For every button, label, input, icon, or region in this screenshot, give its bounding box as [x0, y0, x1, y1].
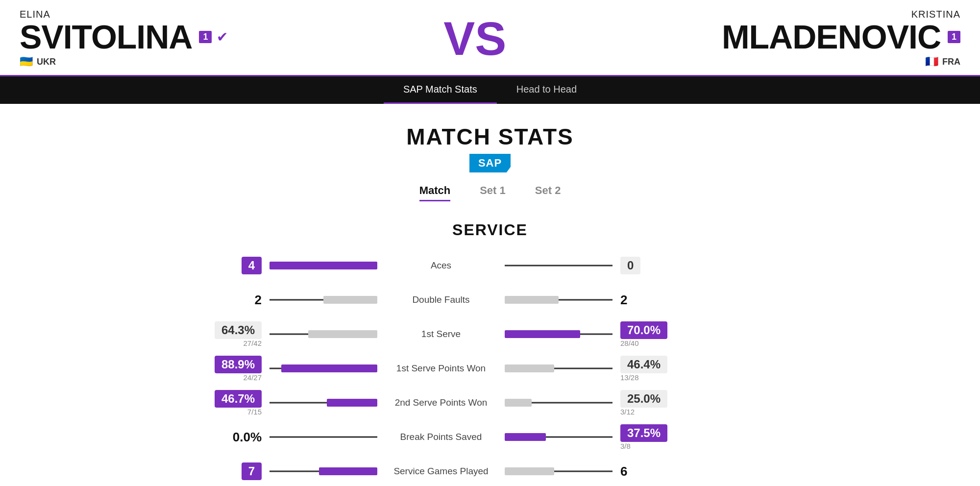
stat-right-cell: 25.0%3/12: [612, 390, 710, 416]
player2-lastname: MLADENOVIC: [722, 20, 941, 53]
stat-left-sub: 24/27: [215, 373, 262, 382]
stat-label: Break Points Saved: [377, 432, 505, 442]
bar-left: [270, 397, 377, 409]
bar-left: [270, 294, 377, 306]
stat-left-cell: 2: [172, 292, 270, 308]
player2-info: KRISTINA MLADENOVIC 1 🇫🇷 FRA: [722, 9, 960, 68]
stat-left-cell: 88.9%24/27: [172, 356, 270, 382]
bar-left: [270, 465, 377, 477]
bar-right: [505, 397, 612, 409]
header: ELINA SVITOLINA 1 ✔ 🇺🇦 UKR VS KRISTINA M…: [0, 0, 980, 76]
tab-sap-match-stats-label: SAP Match Stats: [403, 84, 477, 95]
stat-row: 2 Double Faults 2: [172, 287, 808, 313]
stat-right-cell: 70.0%28/40: [612, 321, 710, 347]
player2-country: 🇫🇷 FRA: [925, 55, 960, 68]
stat-row: 7 Service Games Played 6: [172, 459, 808, 484]
player1-lastname-row: SVITOLINA 1 ✔: [20, 20, 228, 53]
player2-flag: 🇫🇷: [925, 55, 938, 68]
bar-left-fill: [327, 399, 377, 407]
stat-right-value: 25.0%: [620, 390, 667, 408]
player2-lastname-row: MLADENOVIC 1: [722, 20, 960, 53]
stat-right-value: 6: [620, 464, 627, 479]
bar-right: [505, 328, 612, 340]
stat-left-value: 46.7%: [215, 390, 262, 408]
tab-head-to-head[interactable]: Head to Head: [497, 76, 596, 104]
stat-right-sub: 13/28: [620, 373, 667, 382]
bar-left-fill: [308, 330, 377, 338]
stat-label: Double Faults: [377, 294, 505, 305]
bar-right: [505, 465, 612, 477]
stat-label: 1st Serve Points Won: [377, 363, 505, 374]
stat-left-value: 64.3%: [215, 321, 262, 339]
bar-right-fill: [505, 296, 559, 304]
bar-left-fill: [281, 364, 377, 372]
sub-tab-match[interactable]: Match: [419, 184, 451, 201]
bar-left: [270, 328, 377, 340]
player2-seed: 1: [948, 31, 960, 43]
player1-lastname: SVITOLINA: [20, 20, 192, 53]
bar-left-track: [270, 437, 377, 438]
stat-right-value: 46.4%: [620, 356, 667, 373]
stat-right-cell: 46.4%13/28: [612, 356, 710, 382]
bar-right: [505, 431, 612, 443]
stat-right-cell: 2: [612, 292, 710, 308]
bar-right-fill: [505, 364, 554, 372]
stat-label: Aces: [377, 260, 505, 271]
stat-right-cell: 0: [612, 257, 710, 274]
bar-left: [270, 260, 377, 271]
player1-country-code: UKR: [37, 57, 56, 67]
stat-left-cell: 46.7%7/15: [172, 390, 270, 416]
player1-info: ELINA SVITOLINA 1 ✔ 🇺🇦 UKR: [20, 9, 228, 68]
stat-left-cell: 4: [172, 257, 270, 274]
stat-label: 2nd Serve Points Won: [377, 397, 505, 408]
bar-right: [505, 260, 612, 271]
stat-left-sub: 7/15: [215, 408, 262, 416]
service-section: SERVICE 4 Aces 0 2 Double Faults: [172, 221, 808, 486]
stat-right-sub: 28/40: [620, 339, 667, 347]
sap-logo: SAP: [469, 154, 511, 172]
stat-row: 64.3%27/42 1st Serve 70.0%28/40: [172, 321, 808, 347]
nav-bar: SAP Match Stats Head to Head: [0, 76, 980, 104]
stat-right-value: 70.0%: [620, 321, 667, 339]
stat-left-cell: 7: [172, 462, 270, 480]
bar-left-fill: [319, 467, 377, 475]
bar-left: [270, 431, 377, 443]
stat-left-value: 88.9%: [215, 356, 262, 373]
bar-left-fill: [323, 296, 377, 304]
bar-right: [505, 294, 612, 306]
stat-right-cell: 6: [612, 464, 710, 479]
stat-row: 0.0% Break Points Saved 37.5%3/8: [172, 424, 808, 450]
stat-right-sub: 3/8: [620, 442, 667, 450]
stat-row: 46.7%7/15 2nd Serve Points Won 25.0%3/12: [172, 390, 808, 415]
player2-country-code: FRA: [942, 57, 960, 67]
bar-left-fill: [270, 262, 377, 269]
stat-left-value: 2: [255, 292, 262, 308]
stat-right-sub: 3/12: [620, 408, 667, 416]
stat-label: 1st Serve: [377, 329, 505, 340]
stat-right-value: 2: [620, 292, 627, 308]
service-title: SERVICE: [172, 221, 808, 239]
stat-left-value: 7: [242, 462, 262, 480]
stats-container: 4 Aces 0 2 Double Faults 2: [172, 253, 808, 484]
vs-label: VS: [443, 15, 506, 62]
stat-row: 88.9%24/27 1st Serve Points Won 46.4%13/…: [172, 356, 808, 381]
stat-left-value: 4: [242, 257, 262, 274]
sub-tab-set1[interactable]: Set 1: [480, 184, 506, 201]
sub-tabs: Match Set 1 Set 2: [419, 184, 561, 201]
tab-head-to-head-label: Head to Head: [516, 84, 577, 95]
bar-right-fill: [505, 467, 554, 475]
section-title: MATCH STATS: [406, 123, 573, 150]
bar-left: [270, 363, 377, 374]
stat-right-value: 0: [620, 257, 640, 274]
bar-right-fill: [505, 399, 532, 407]
stat-row: 4 Aces 0: [172, 253, 808, 278]
bar-right: [505, 363, 612, 374]
stat-right-value: 37.5%: [620, 424, 667, 442]
sub-tab-set2[interactable]: Set 2: [535, 184, 561, 201]
tab-sap-match-stats[interactable]: SAP Match Stats: [384, 76, 497, 104]
bar-right-fill: [505, 433, 546, 441]
stat-left-value: 0.0%: [233, 430, 262, 445]
sap-logo-container: SAP: [469, 154, 511, 172]
verified-icon: ✔: [217, 29, 228, 45]
stat-right-cell: 37.5%3/8: [612, 424, 710, 450]
